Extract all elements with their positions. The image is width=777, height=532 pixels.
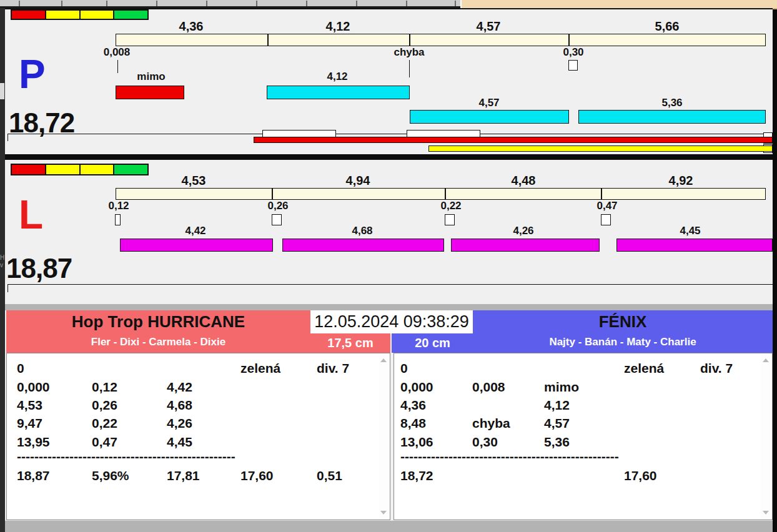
results-cell: zelená: [240, 361, 280, 376]
bottom-status-band: [5, 520, 773, 532]
results-cell: div. 7: [317, 361, 349, 376]
split-scale-label: 4,48: [512, 174, 536, 188]
lane-divider: [5, 154, 773, 160]
run-time-bar: [578, 110, 766, 124]
progress-track-tick: [7, 285, 8, 292]
results-cell: 4,12: [544, 398, 570, 413]
fault-bar: [116, 86, 184, 99]
progress-yellow-bar: [428, 145, 773, 152]
start-light-yellow: [81, 11, 115, 19]
split-checkbox[interactable]: [272, 214, 282, 225]
lane-total-l: 18,87: [6, 256, 72, 281]
background-window-tick: [406, 1, 407, 6]
run-bar-label: 4,45: [680, 225, 700, 237]
start-light-yellow: [81, 165, 115, 174]
run-bar-label: mimo: [137, 71, 165, 83]
results-table-left[interactable]: 0zelenádiv. 70,0000,124,424,530,264,689,…: [6, 353, 390, 520]
start-light-yellow: [46, 165, 81, 174]
results-total-cell: 0,51: [317, 468, 342, 483]
results-table-right[interactable]: 0zelenádiv. 70,0000,008mimo4,364,128,48c…: [393, 353, 773, 520]
results-cell: 4,68: [167, 398, 192, 413]
background-window-tick: [455, 1, 456, 6]
start-light-red: [12, 11, 46, 19]
results-cell: div. 7: [700, 361, 733, 376]
results-cell: 0,26: [92, 398, 117, 413]
results-separator: ----------------------------------------…: [17, 449, 235, 464]
split-scale-divider: [601, 188, 602, 200]
progress-track-line: [7, 134, 773, 134]
results-cell: 9,47: [17, 416, 42, 431]
results-cell: 0,22: [92, 416, 117, 431]
lane-letter-p: P: [19, 58, 46, 91]
split-checkbox[interactable]: [445, 214, 455, 225]
scroll-down-icon[interactable]: [763, 511, 769, 515]
results-cell: 4,26: [167, 416, 192, 431]
results-cell: 0,000: [17, 380, 50, 395]
team-left-jump-height: 17,5 cm: [310, 336, 390, 350]
team-right-dogs: Najty - Banán - Maty - Charlie: [473, 336, 773, 348]
split-mark-label: 0,47: [596, 200, 617, 212]
background-window-tick: [206, 1, 207, 6]
start-light-green: [114, 165, 147, 174]
results-total-cell: 18,87: [17, 468, 50, 483]
start-lights: [11, 9, 149, 20]
scrollbar[interactable]: [379, 355, 388, 518]
results-total-cell: 18,72: [400, 468, 433, 483]
scroll-up-icon[interactable]: [763, 358, 769, 362]
background-window-tick: [306, 1, 307, 6]
scroll-down-icon[interactable]: [380, 511, 387, 515]
split-mark-label: 0,008: [104, 46, 131, 59]
window-right-border: [773, 9, 777, 532]
scroll-up-icon[interactable]: [380, 358, 387, 362]
split-checkbox[interactable]: [115, 214, 121, 225]
section-separator: [5, 304, 773, 310]
lane-letter-l: L: [19, 199, 43, 231]
lane-panel-p: P 18,72 4,364,124,575,660,008chyba0,30mi…: [5, 8, 773, 154]
run-time-bar: [616, 239, 773, 252]
split-mark-tick: [117, 60, 118, 73]
results-cell: 4,42: [167, 380, 192, 395]
split-checkbox[interactable]: [601, 214, 611, 225]
background-window-tick: [156, 1, 157, 6]
left-border-glyph: v: [0, 262, 3, 268]
results-cell: chyba: [472, 416, 510, 431]
results-total-cell: 17,81: [167, 468, 200, 483]
split-scale-divider: [272, 188, 273, 200]
split-scale-label: 4,53: [182, 174, 206, 188]
results-cell: 0,12: [92, 380, 117, 395]
run-time-bar: [267, 86, 410, 99]
results-cell: mimo: [544, 380, 579, 395]
results-cell: 13,95: [17, 435, 50, 450]
run-time-bar: [410, 110, 569, 124]
run-time-bar: [120, 239, 273, 252]
split-scale-bar: [116, 188, 766, 200]
split-scale-label: 4,57: [477, 19, 501, 34]
background-window-tick: [61, 1, 62, 6]
split-scale-label: 4,36: [179, 19, 204, 34]
team-left-dogs: Fler - Dixi - Carmela - Dixie: [6, 336, 310, 348]
results-cell: 4,57: [544, 416, 570, 431]
results-cell: 0: [400, 361, 408, 376]
run-time-bar: [282, 239, 444, 252]
lane-panel-l: L 18,87 4,534,944,484,920,120,260,220,47…: [5, 160, 773, 304]
app-window: H v P 18,72 4,364,124,575,660,008chyba0,…: [0, 0, 777, 532]
results-cell: zelená: [624, 361, 664, 376]
start-lights: [11, 164, 149, 175]
split-checkbox[interactable]: [568, 60, 578, 71]
split-scale-divider: [267, 34, 269, 46]
background-window-tick: [19, 1, 20, 6]
lane-total-p: 18,72: [9, 111, 74, 135]
split-mark-label: 0,22: [440, 200, 461, 212]
split-mark-label: chyba: [393, 46, 424, 59]
split-scale-bar: [116, 34, 766, 46]
scrollbar[interactable]: [761, 355, 771, 518]
background-window-strip: [0, 0, 460, 8]
results-total-cell: 17,60: [240, 468, 274, 483]
results-cell: 5,36: [544, 435, 570, 450]
results-cell: 4,45: [167, 435, 192, 450]
progress-track-line: [7, 284, 773, 285]
start-light-yellow: [46, 11, 81, 19]
results-total-cell: 5,96%: [92, 468, 129, 483]
results-cell: 4,53: [17, 398, 42, 413]
run-time-bar: [451, 239, 600, 252]
